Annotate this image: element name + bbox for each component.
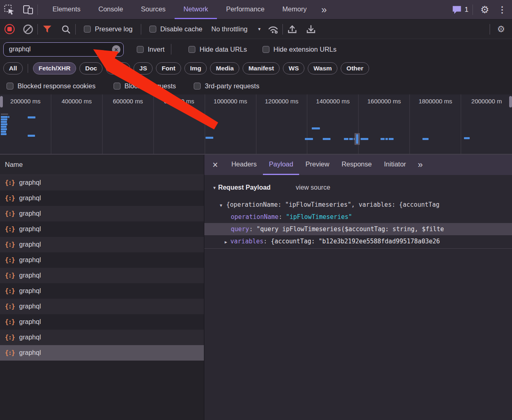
checkbox[interactable] [114,83,120,90]
chip-wasm[interactable]: Wasm [308,62,337,74]
request-row[interactable]: {:}graphql [0,283,204,299]
payload-value: {accountTag: "b12e3b2192ee5588fdad995178… [271,238,440,245]
chip-img[interactable]: Img [184,62,207,74]
third-party-requests-checkbox[interactable]: 3rd-party requests [191,82,262,90]
checkbox[interactable] [84,26,91,33]
request-row[interactable]: {:}graphql [0,252,204,268]
tab-network[interactable]: Network [175,0,217,19]
chip-other[interactable]: Other [341,62,369,74]
request-row[interactable]: {:}graphql [0,314,204,330]
details-tab-response[interactable]: Response [335,155,378,175]
chip-media[interactable]: Media [210,62,239,74]
kebab-menu-icon[interactable]: ⋮ [497,5,508,15]
chip-ws[interactable]: WS [283,62,304,74]
request-row[interactable]: {:}graphql [0,330,204,345]
payload-value: "query ipFlowTimeseries($accountTag: str… [256,225,444,233]
export-har-icon[interactable] [302,20,320,39]
request-row[interactable]: {:}graphql [0,268,204,283]
waterfall-bar [8,116,9,118]
request-row[interactable]: {:}graphql [0,221,204,237]
network-conditions-icon[interactable] [264,20,282,39]
inspect-element-icon[interactable] [0,0,19,19]
chip-js[interactable]: JS [133,62,153,74]
throttling-select[interactable]: No throttling ▼ [211,25,261,33]
json-request-icon: {:} [5,287,15,295]
payload-row-query[interactable]: query: "query ipFlowTimeseries($accountT… [204,223,512,235]
waterfall-bar [1,121,7,123]
network-settings-gear-icon[interactable]: ⚙ [493,24,509,35]
chip-doc[interactable]: Doc [79,62,103,74]
request-row[interactable]: {:}graphql [0,190,204,206]
checkbox[interactable] [149,26,156,33]
payload-row-operationname[interactable]: operationName: "ipFlowTimeseries" [204,211,512,223]
divider [28,64,28,73]
checkbox[interactable] [7,83,13,90]
tab-performance[interactable]: Performance [217,0,273,19]
details-tab-headers[interactable]: Headers [225,155,263,175]
more-tabs-icon[interactable]: » [315,0,332,19]
checkbox[interactable] [263,46,269,53]
tab-elements[interactable]: Elements [44,0,90,19]
json-request-icon: {:} [5,210,15,217]
disable-cache-label: Disable cache [160,25,203,33]
chip-fetch-xhr[interactable]: Fetch/XHR [33,62,76,74]
filter-input[interactable] [3,42,124,57]
hide-data-urls-checkbox[interactable]: Hide data URLs [186,46,249,53]
payload-key: operationName [231,213,278,221]
checkbox[interactable] [137,46,144,53]
request-row[interactable]: {:}graphql [0,237,204,252]
payload-summary-row[interactable]: ▼{operationName: "ipFlowTimeseries", var… [204,199,512,211]
request-row[interactable]: {:}graphql [0,299,204,314]
timeline-scroll-handle-right[interactable] [509,96,512,107]
view-source-link[interactable]: view source [296,184,330,191]
request-row[interactable]: {:}graphql [0,206,204,221]
hide-extension-urls-checkbox[interactable]: Hide extension URLs [260,46,339,53]
search-icon[interactable] [57,20,75,39]
import-har-icon[interactable] [283,20,302,39]
more-details-tabs-icon[interactable]: » [412,155,429,175]
tab-console[interactable]: Console [90,0,132,19]
close-icon[interactable]: × [204,155,225,175]
settings-gear-icon[interactable]: ⚙ [477,4,492,15]
expand-triangle-icon[interactable]: ▶ [225,240,227,244]
disable-cache-checkbox[interactable]: Disable cache [147,25,205,33]
issues-button[interactable]: 1 [452,5,468,14]
chip-all[interactable]: All [3,62,23,74]
name-column-header[interactable]: Name [0,155,204,175]
filter-input-wrap: × [3,42,124,57]
invert-checkbox[interactable]: Invert [134,46,167,53]
details-tab-initiator[interactable]: Initiator [378,155,412,175]
request-details-pane: × Headers Payload Preview Response Initi… [204,155,512,420]
json-request-icon: {:} [5,349,15,357]
details-tab-payload[interactable]: Payload [263,155,300,175]
clear-filter-icon[interactable]: × [112,45,120,54]
preserve-log-checkbox[interactable]: Preserve log [81,25,135,33]
collapse-triangle-icon[interactable]: ▼ [220,203,222,208]
issues-count: 1 [465,6,468,14]
clear-network-log-icon[interactable] [19,20,37,39]
tab-memory[interactable]: Memory [274,0,316,19]
blocked-requests-checkbox[interactable]: Blocked requests [111,82,179,90]
chip-manifest[interactable]: Manifest [243,62,280,74]
blocked-response-cookies-checkbox[interactable]: Blocked response cookies [4,82,98,90]
device-toolbar-icon[interactable] [19,0,37,19]
waterfall-bar [206,137,213,139]
checkbox[interactable] [188,46,195,53]
payload-summary-text: {operationName: "ipFlowTimeseries", vari… [226,201,440,208]
request-row[interactable]: {:}graphql [0,345,204,361]
network-overview-timeline[interactable]: 200000 ms 400000 ms 600000 ms 800000 ms … [0,94,512,155]
tab-sources[interactable]: Sources [132,0,175,19]
request-row[interactable]: {:}graphql [0,175,204,190]
divider [75,24,76,35]
record-button[interactable] [0,20,19,39]
timeline-scroll-handle-left[interactable] [0,96,3,107]
chip-css[interactable]: CSS [106,62,130,74]
payload-row-variables[interactable]: ▶variables: {accountTag: "b12e3b2192ee55… [204,235,512,247]
details-tab-preview[interactable]: Preview [299,155,335,175]
chip-font[interactable]: Font [156,62,181,74]
third-party-requests-label: 3rd-party requests [205,82,259,90]
waterfall-bar [385,138,388,140]
checkbox[interactable] [194,83,201,90]
collapse-triangle-icon[interactable]: ▼ [212,186,217,190]
filter-funnel-icon[interactable] [38,20,57,39]
